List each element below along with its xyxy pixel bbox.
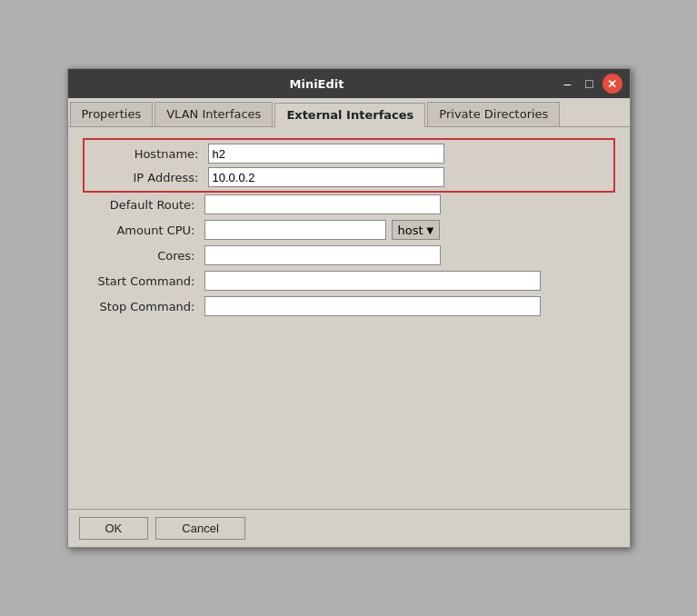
highlight-group: Hostname: IP Address: xyxy=(83,138,615,193)
titlebar-controls: – □ ✕ xyxy=(559,74,622,94)
ok-button[interactable]: OK xyxy=(79,517,149,540)
window-title: MiniEdit xyxy=(75,77,559,91)
close-button[interactable]: ✕ xyxy=(602,74,622,94)
hostname-label: Hostname: xyxy=(86,147,204,161)
ip-address-label: IP Address: xyxy=(86,171,204,184)
cpu-type-label: host xyxy=(398,224,423,237)
content-area: Hostname: IP Address: Default Route: Amo… xyxy=(68,127,630,509)
ip-address-input[interactable] xyxy=(208,167,444,187)
dropdown-arrow-icon: ▼ xyxy=(427,225,434,235)
cancel-button[interactable]: Cancel xyxy=(155,517,244,540)
hostname-input[interactable] xyxy=(208,144,444,164)
tab-private-directories[interactable]: Private Directories xyxy=(427,102,560,126)
cpu-type-dropdown[interactable]: host ▼ xyxy=(392,220,441,240)
amount-cpu-label: Amount CPU: xyxy=(83,224,201,237)
main-window: MiniEdit – □ ✕ Properties VLAN Interface… xyxy=(67,68,631,548)
start-command-label: Start Command: xyxy=(83,274,201,288)
tab-properties[interactable]: Properties xyxy=(70,102,154,126)
tab-bar: Properties VLAN Interfaces External Inte… xyxy=(68,98,630,127)
amount-cpu-input[interactable] xyxy=(204,220,386,240)
minimize-button[interactable]: – xyxy=(559,75,577,93)
titlebar: MiniEdit – □ ✕ xyxy=(68,69,630,98)
form-grid: Default Route: Amount CPU: host ▼ Cores:… xyxy=(83,194,555,316)
stop-command-label: Stop Command: xyxy=(83,300,201,313)
maximize-button[interactable]: □ xyxy=(581,75,599,93)
stop-command-input[interactable] xyxy=(204,296,541,316)
tab-external-interfaces[interactable]: External Interfaces xyxy=(274,103,425,127)
tab-vlan-interfaces[interactable]: VLAN Interfaces xyxy=(154,102,273,126)
cores-input[interactable] xyxy=(204,245,441,265)
cpu-row: host ▼ xyxy=(204,220,555,240)
cores-label: Cores: xyxy=(83,249,201,263)
start-command-input[interactable] xyxy=(204,271,541,291)
footer: OK Cancel xyxy=(68,509,630,547)
default-route-input[interactable] xyxy=(204,194,441,214)
default-route-label: Default Route: xyxy=(83,198,201,212)
